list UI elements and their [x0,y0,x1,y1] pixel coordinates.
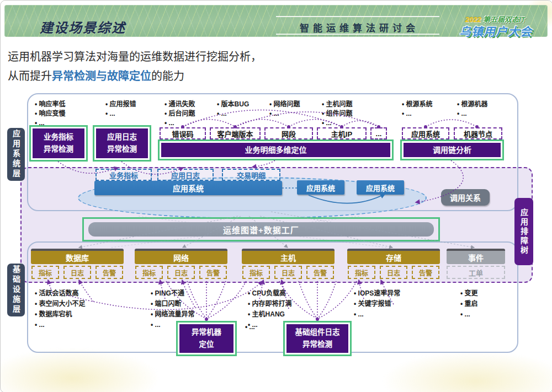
bullet-item: 组件问题 [322,109,353,119]
bullet-item: ... [164,119,195,128]
dim-client-version: 客户端版本 [210,127,261,139]
seminar-title: 智能运维算法研讨会 [280,20,438,34]
bullet-item: 响应率低 [35,100,66,109]
call-chain-analysis-bar: 调用链分析 [400,139,504,160]
infra-storage-alert: 告警 [412,266,439,279]
infra-storage-log: 日志 [380,266,407,279]
bullet-item: CPU负载高 [248,288,292,299]
box-label: 业务指标 [44,131,73,143]
bullet-item: 关键字报错 [354,299,400,309]
multidim-localization-bar: 业务明细多维定位 [158,139,394,160]
box-label: 异常检测 [44,143,73,155]
bullet-item: 响应变慢 [35,109,66,119]
bullet-item: 版本BUG [217,100,249,109]
fault-list-event: 变更 重启 ... [460,288,478,320]
log-anomaly-detection-box: 应用日志异常检测 [93,125,151,162]
tab-business-metric: 业务指标 [95,169,152,181]
peer-app-system-2: 应用系统 [357,180,404,195]
fault-list-storage: IOPS速率异常 关键字报错 ... [354,288,400,320]
bullet-item: ... [460,309,478,320]
bullet-item: ... [217,109,249,119]
slide: 建设场景综述 智能运维算法研讨会 2022 第五届双态IT 乌镇用户大会 运用机… [0,0,552,392]
fault-list-database: 活跃会话数高 表空间大小不足 数据库宕机 ... [35,288,86,330]
bar-label: 业务明细多维定位 [161,143,390,157]
bullet-item: 主机HANG [248,309,292,320]
box-label: 异常检测 [107,143,137,155]
header-rule-bottom [276,34,439,35]
infra-event-bar: 事件 [447,249,505,264]
peer-app-system-1: 应用系统 [297,180,344,195]
corner-decoration [0,348,161,392]
box-label: 基础组件日志 [295,326,340,339]
intro-line2-prefix: 从而提升 [8,70,52,82]
infra-layer-label: 基础设施层 [7,264,25,316]
infra-host-alert: 告警 [306,266,334,279]
infra-network-bar: 网络 [135,249,227,264]
infra-network-metric: 指标 [135,266,163,279]
symptom-list-network: 网络问题 ... [269,100,300,119]
infra-network-log: 日志 [167,266,195,279]
corner-decoration [381,351,552,392]
bullet-item: ... [322,119,353,128]
metric-anomaly-detection-box: 业务指标异常检测 [29,125,88,162]
bullet-item: ... [105,109,136,119]
bullet-item: 根源系统 [402,100,433,109]
troubleshoot-tree-label: 应用排障树 [514,198,533,265]
bullet-item: 端口闪断 [151,299,195,309]
infra-host-bar: 主机 [242,249,335,264]
header-rule-top [276,16,439,17]
intro-line2-suffix: 的能力 [151,70,184,82]
bullet-item: 后台问题 [164,109,195,119]
dim-machine-node: 机器节点 [454,127,502,139]
infra-database-bar: 数据库 [31,249,124,264]
app-layer-label: 应用系统层 [7,128,25,181]
abnormal-machine-localization-box: 异常机器定位 [176,321,237,356]
box-label: 定位 [199,339,214,351]
bullet-item: ... [402,109,433,119]
bullet-item: 重启 [460,299,478,309]
symptom-list-comm: 通讯失败 后台问题 ... [164,100,195,128]
bullet-item: ... [457,109,488,119]
infra-storage-bar: 存储 [347,249,440,264]
conference-logo-line2: 乌镇用户大会 [442,23,550,39]
bullet-item: 内存即将打满 [248,299,292,309]
symptom-list-app-error: 应用报错 ... [105,100,136,119]
intro-line2-highlight: 异常检测与故障定位 [52,70,151,82]
symptom-list-host: 主机问题 组件问题 ... [322,100,353,128]
page-title: 建设场景综述 [40,17,126,36]
bullet-item: 应用报错 [105,100,136,109]
dim-ellipsis: ... [370,127,387,139]
bullet-item: 表空间大小不足 [35,299,86,309]
infra-host-log: 日志 [274,266,302,279]
dim-host-ip: 主机IP [317,127,367,139]
bullet-item: PING不通 [151,288,195,299]
symptom-list-root-machine: 根源机器 ... [457,100,488,119]
infra-database-metric: 指标 [31,266,59,279]
box-label: 异常机器 [192,326,221,339]
bullet-item: 通讯失败 [164,100,195,109]
infra-host-metric: 指标 [242,266,270,279]
infra-database-alert: 告警 [95,266,123,279]
bullet-item: 活跃会话数高 [35,288,86,299]
intro-line-1: 运用机器学习算法对海量的运维数据进行挖掘分析， [8,48,262,64]
call-relation-box: 调用关系 [441,189,490,206]
bullet-item: 根源机器 [457,100,488,109]
box-label: 应用日志 [107,131,137,143]
infra-storage-metric: 指标 [348,266,375,279]
dim-app-system: 应用系统 [402,127,449,139]
ops-graph-data-factory-bar: 运维图谱+数据工厂 [82,217,440,241]
header-band: 建设场景综述 智能运维算法研讨会 2022 第五届双态IT 乌镇用户大会 [4,5,548,37]
tab-transaction-detail: 交易明细 [222,169,280,181]
symptom-list-response: 响应率低 响应变慢 ... [35,100,66,128]
bullet-item: 主机问题 [322,100,353,109]
main-app-system-bar: 应用系统 [94,181,282,195]
dim-subnet: 网段 [264,127,313,139]
bullet-item: 变更 [460,288,478,299]
more-capabilities-ellipsis: ... [245,323,255,331]
infra-database-log: 日志 [63,266,91,279]
bullet-item: ... [354,309,400,320]
bar-label: 运维图谱+数据工厂 [88,222,434,237]
bullet-item: ... [269,109,300,119]
box-label: 异常检测 [302,339,332,351]
bullet-item: 网络流量异常 [151,309,195,320]
